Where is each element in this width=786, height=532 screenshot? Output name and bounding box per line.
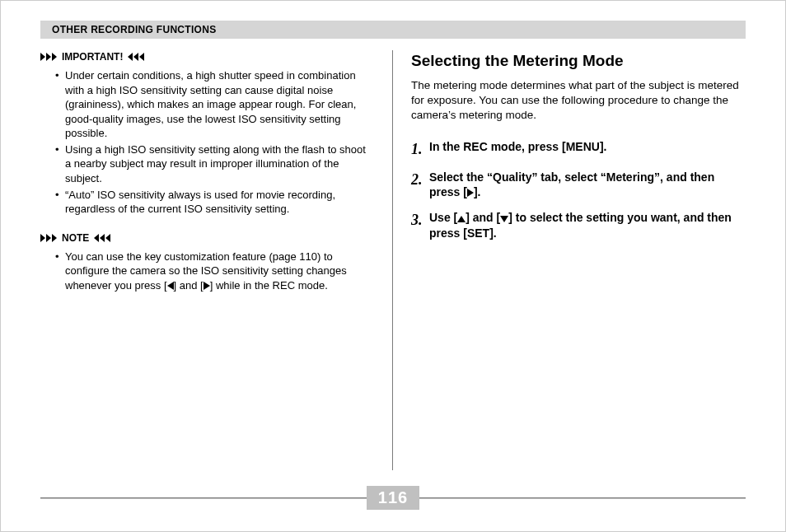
- note-text-post: ] while in the REC mode.: [210, 279, 328, 292]
- right-arrow-icon: [467, 189, 474, 197]
- important-label: IMPORTANT!: [62, 50, 123, 63]
- arrow-right-icon: [40, 234, 57, 242]
- step-1: 1. In the REC mode, press [MENU].: [411, 139, 746, 159]
- important-tag: IMPORTANT!: [40, 50, 374, 63]
- footer-rule-right: [419, 497, 746, 499]
- list-item: “Auto” ISO sensitivity always is used fo…: [65, 188, 374, 217]
- section-intro: The metering mode determines what part o…: [411, 78, 746, 124]
- step-number: 1.: [411, 139, 429, 159]
- steps-list: 1. In the REC mode, press [MENU]. 2. Sel…: [411, 139, 746, 241]
- step-text: In the REC mode, press [MENU].: [429, 139, 746, 155]
- content-columns: IMPORTANT! Under certain conditions, a h…: [40, 50, 746, 470]
- step-number: 2.: [411, 170, 429, 189]
- list-item: Using a high ISO sensitivity setting alo…: [65, 142, 374, 186]
- step3-pre: Use [: [429, 211, 457, 224]
- right-column: Selecting the Metering Mode The metering…: [393, 50, 746, 470]
- step-2: 2. Select the “Quality” tab, select “Met…: [411, 170, 746, 201]
- manual-page: OTHER RECORDING FUNCTIONS IMPORTANT! Und…: [0, 0, 786, 532]
- list-item: Under certain conditions, a high shutter…: [65, 68, 374, 141]
- step-text: Select the “Quality” tab, select “Meteri…: [429, 170, 746, 201]
- note-tag: NOTE: [40, 231, 374, 245]
- arrow-left-icon: [128, 53, 144, 61]
- step-3: 3. Use [] and [] to select the setting y…: [411, 210, 746, 241]
- note-text-mid: ] and [: [174, 279, 204, 292]
- arrow-right-icon: [40, 53, 57, 61]
- down-arrow-icon: [500, 216, 508, 222]
- right-arrow-icon: [204, 282, 210, 290]
- page-number: 116: [367, 486, 419, 510]
- left-column: IMPORTANT! Under certain conditions, a h…: [40, 50, 393, 470]
- step3-mid: ] and [: [466, 211, 500, 224]
- note-label: NOTE: [62, 231, 89, 245]
- step-number: 3.: [411, 210, 429, 230]
- step2-post: ].: [474, 185, 481, 198]
- note-list: You can use the key customization featur…: [40, 250, 374, 293]
- arrow-left-icon: [94, 234, 110, 242]
- section-title: Selecting the Metering Mode: [411, 50, 746, 72]
- footer-rule-left: [40, 497, 367, 499]
- important-list: Under certain conditions, a high shutter…: [40, 68, 374, 216]
- list-item: You can use the key customization featur…: [65, 250, 374, 293]
- left-arrow-icon: [167, 282, 174, 290]
- page-footer: 116: [40, 486, 746, 510]
- section-header: OTHER RECORDING FUNCTIONS: [40, 21, 746, 39]
- up-arrow-icon: [457, 216, 466, 222]
- step-text: Use [] and [] to select the setting you …: [429, 210, 746, 241]
